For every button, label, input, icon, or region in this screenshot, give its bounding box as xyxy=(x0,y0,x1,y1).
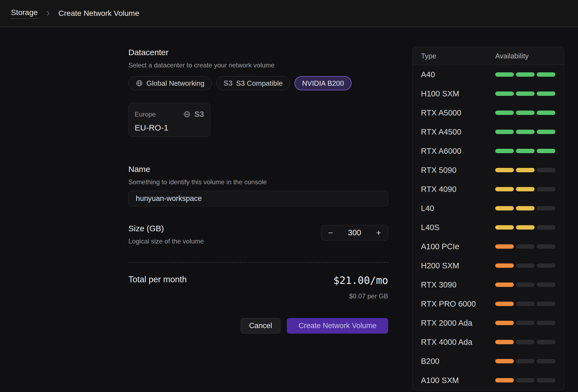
availability-segment-empty xyxy=(537,321,555,325)
gpu-row-a100-sxm: A100 SXM xyxy=(413,371,564,390)
gpu-row-rtx-2000-ada: RTX 2000 Ada xyxy=(413,313,564,332)
gpu-row-rtx-4000-ada: RTX 4000 Ada xyxy=(413,332,564,352)
gpu-type-label: L40S xyxy=(421,223,495,232)
gpu-row-rtx-pro-6000: RTX PRO 6000 xyxy=(413,294,564,313)
gpu-row-a40: A40 xyxy=(413,65,564,84)
size-decrement-button[interactable]: − xyxy=(323,226,338,239)
gpu-type-label: A100 PCIe xyxy=(421,242,495,251)
gpu-row-rtx-a4500: RTX A4500 xyxy=(413,122,564,141)
availability-segment-empty xyxy=(537,378,555,382)
cancel-button[interactable]: Cancel xyxy=(241,318,281,334)
availability-segment-filled xyxy=(495,321,514,325)
availability-segment-filled xyxy=(495,244,514,249)
column-type: Type xyxy=(421,52,495,60)
availability-segment-filled xyxy=(495,340,514,344)
availability-meter xyxy=(495,111,556,115)
availability-segment-filled xyxy=(516,168,535,172)
availability-segment-filled xyxy=(495,302,514,306)
availability-segment-empty xyxy=(516,321,535,325)
availability-segment-empty xyxy=(537,225,555,230)
availability-segment-empty xyxy=(516,244,535,249)
globe-icon xyxy=(136,80,143,87)
total-label: Total per month xyxy=(128,275,187,284)
availability-segment-filled xyxy=(537,72,555,77)
filter-chip-label: NVIDIA B200 xyxy=(302,79,344,88)
gpu-row-b200: B200 xyxy=(413,352,564,371)
availability-meter xyxy=(495,321,556,325)
breadcrumb-storage-link[interactable]: Storage xyxy=(11,8,38,19)
gpu-type-label: H100 SXM xyxy=(421,89,495,98)
gpu-row-l40s: L40S xyxy=(413,218,564,237)
availability-segment-filled xyxy=(495,72,514,77)
gpu-type-label: B200 xyxy=(421,357,495,366)
gpu-type-label: RTX 4000 Ada xyxy=(421,338,495,347)
form-actions: Cancel Create Network Volume xyxy=(128,318,388,334)
availability-segment-empty xyxy=(537,302,555,306)
size-title: Size (GB) xyxy=(128,224,204,233)
datacenter-filter-chips: Global NetworkingS3S3 CompatibleNVIDIA B… xyxy=(128,76,388,90)
size-increment-button[interactable]: + xyxy=(371,226,386,239)
size-section: Size (GB) Logical size of the volume − 3… xyxy=(128,224,388,245)
gpu-type-label: RTX 4090 xyxy=(421,185,495,194)
gpu-type-label: RTX A5000 xyxy=(421,108,495,117)
s3-icon: S3 xyxy=(223,79,232,88)
gpu-row-a100-pcie: A100 PCIe xyxy=(413,237,564,256)
availability-segment-filled xyxy=(516,130,535,134)
availability-segment-filled xyxy=(495,168,514,172)
availability-segment-empty xyxy=(537,168,555,172)
availability-segment-empty xyxy=(537,206,555,210)
gpu-type-label: A100 SXM xyxy=(421,376,495,385)
name-subtitle: Something to identify this volume in the… xyxy=(128,178,388,186)
availability-segment-empty xyxy=(537,359,555,363)
filter-chip-nvidia-b200[interactable]: NVIDIA B200 xyxy=(294,76,352,90)
availability-meter xyxy=(495,244,556,249)
gpu-type-label: RTX A4500 xyxy=(421,127,495,136)
availability-segment-filled xyxy=(495,283,514,287)
availability-segment-filled xyxy=(495,378,514,382)
page-title: Create Network Volume xyxy=(58,9,139,18)
total-row: Total per month $21.00/mo $0.07 per GB xyxy=(128,275,388,300)
availability-meter xyxy=(495,206,556,210)
gpu-type-label: L40 xyxy=(421,204,495,213)
size-value: 300 xyxy=(348,228,361,237)
availability-segment-filled xyxy=(516,72,535,77)
gpu-row-rtx-3090: RTX 3090 xyxy=(413,275,564,294)
filter-chip-s3-compatible[interactable]: S3S3 Compatible xyxy=(216,76,290,90)
availability-meter xyxy=(495,283,556,287)
gpu-availability-table: Type Availability A40H100 SXMRTX A5000RT… xyxy=(412,47,564,390)
gpu-type-label: RTX 2000 Ada xyxy=(421,319,495,328)
volume-name-input[interactable] xyxy=(128,191,388,206)
availability-segment-filled xyxy=(495,359,514,363)
gpu-row-rtx-a6000: RTX A6000 xyxy=(413,141,564,161)
availability-segment-filled xyxy=(516,149,535,153)
unit-price: $0.07 per GB xyxy=(334,292,388,300)
filter-chip-global-networking[interactable]: Global Networking xyxy=(128,76,212,90)
name-title: Name xyxy=(128,165,388,174)
breadcrumb-chevron-icon xyxy=(45,10,51,17)
availability-segment-empty xyxy=(516,359,535,363)
availability-segment-filled xyxy=(495,111,514,115)
size-stepper: − 300 + xyxy=(321,225,388,240)
gpu-type-label: RTX 5090 xyxy=(421,166,495,175)
globe-icon xyxy=(183,111,191,118)
availability-segment-filled xyxy=(537,111,555,115)
gpu-type-label: RTX 3090 xyxy=(421,280,495,289)
datacenter-title: Datacenter xyxy=(128,48,388,57)
gpu-row-rtx-5090: RTX 5090 xyxy=(413,161,564,180)
gpu-row-h200-sxm: H200 SXM xyxy=(413,256,564,275)
availability-segment-filled xyxy=(537,130,555,134)
availability-meter xyxy=(495,149,556,153)
availability-segment-empty xyxy=(516,340,535,344)
availability-meter xyxy=(495,225,556,230)
availability-segment-empty xyxy=(537,283,555,287)
availability-segment-filled xyxy=(495,130,514,134)
availability-meter xyxy=(495,378,556,382)
create-network-volume-button[interactable]: Create Network Volume xyxy=(287,318,388,334)
availability-segment-filled xyxy=(516,91,535,96)
datacenter-card-eu-ro-1[interactable]: Europe S3 EU-RO-1 xyxy=(128,103,210,137)
availability-segment-empty xyxy=(537,187,555,191)
availability-segment-filled xyxy=(516,225,535,230)
datacenter-id: EU-RO-1 xyxy=(135,123,204,132)
availability-segment-filled xyxy=(495,225,514,230)
availability-segment-filled xyxy=(537,149,555,153)
